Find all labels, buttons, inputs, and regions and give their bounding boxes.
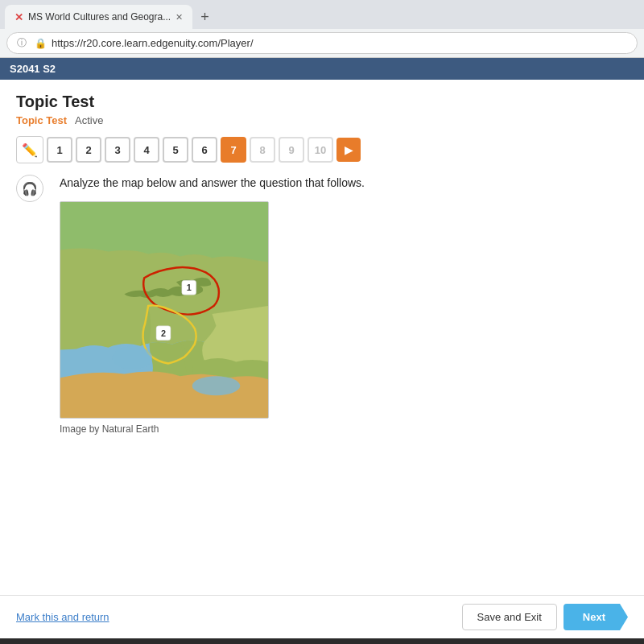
- question-btn-7[interactable]: 7: [221, 137, 246, 163]
- arrow-right-icon: ▶: [345, 143, 353, 156]
- svg-text:2: 2: [161, 328, 166, 338]
- new-tab-button[interactable]: +: [196, 9, 214, 26]
- question-btn-9: 9: [279, 137, 304, 163]
- breadcrumb: Topic Test Active: [16, 114, 628, 126]
- page-title: Topic Test: [16, 93, 628, 111]
- tab-favicon: ✕: [14, 11, 23, 23]
- question-btn-6[interactable]: 6: [192, 137, 217, 163]
- question-btn-5[interactable]: 5: [163, 137, 188, 163]
- toolbar-row: ✏️ 1 2 3 4 5 6 7 8 9 10 ▶: [16, 136, 628, 163]
- question-btn-10: 10: [308, 137, 333, 163]
- course-label: S2041 S2: [10, 63, 56, 75]
- svg-text:1: 1: [187, 283, 192, 292]
- main-area: Topic Test Topic Test Active ✏️ 1 2 3 4 …: [0, 80, 644, 638]
- info-icon: ⓘ: [17, 36, 27, 50]
- map-svg: 1 2: [60, 202, 268, 418]
- question-area: 🎧 Analyze the map below and answer the q…: [16, 175, 628, 435]
- bottom-right-buttons: Save and Exit Next: [462, 604, 628, 630]
- question-btn-2[interactable]: 2: [76, 137, 101, 163]
- browser-chrome: ✕ MS World Cultures and Geogra... ✕ + ⓘ …: [0, 0, 644, 58]
- pencil-icon: ✏️: [22, 142, 38, 158]
- address-bar[interactable]: ⓘ 🔒 https://r20.core.learn.edgenuity.com…: [6, 32, 638, 54]
- content-wrapper: Topic Test Topic Test Active ✏️ 1 2 3 4 …: [0, 80, 644, 595]
- question-btn-1[interactable]: 1: [47, 137, 72, 163]
- next-button[interactable]: Next: [564, 604, 628, 630]
- question-btn-8: 8: [250, 137, 275, 163]
- mark-return-link[interactable]: Mark this and return: [16, 611, 109, 623]
- audio-button[interactable]: 🎧: [16, 175, 43, 202]
- question-content: Analyze the map below and answer the que…: [60, 175, 628, 435]
- map-image-container: 1 2: [60, 201, 269, 419]
- question-btn-3[interactable]: 3: [105, 137, 130, 163]
- tab-bar: ✕ MS World Cultures and Geogra... ✕ +: [0, 0, 644, 29]
- lock-icon: 🔒: [35, 38, 47, 49]
- next-question-arrow-button[interactable]: ▶: [336, 138, 361, 162]
- headphone-icon: 🎧: [22, 181, 38, 196]
- question-text: Analyze the map below and answer the que…: [60, 175, 628, 192]
- bottom-bar: Mark this and return Save and Exit Next: [0, 595, 644, 638]
- browser-tab[interactable]: ✕ MS World Cultures and Geogra... ✕: [5, 5, 192, 29]
- svg-point-6: [192, 376, 241, 395]
- tab-title: MS World Cultures and Geogra...: [28, 11, 171, 23]
- breadcrumb-current: Active: [75, 114, 103, 126]
- svg-point-5: [113, 346, 153, 370]
- save-exit-button[interactable]: Save and Exit: [462, 604, 557, 630]
- image-credit: Image by Natural Earth: [60, 423, 628, 435]
- app-header: S2041 S2: [0, 58, 644, 80]
- pencil-tool-button[interactable]: ✏️: [16, 136, 43, 163]
- breadcrumb-link[interactable]: Topic Test: [16, 114, 67, 126]
- url-text: https://r20.core.learn.edgenuity.com/Pla…: [52, 37, 254, 49]
- tab-close-icon[interactable]: ✕: [175, 12, 183, 23]
- question-btn-4[interactable]: 4: [134, 137, 159, 163]
